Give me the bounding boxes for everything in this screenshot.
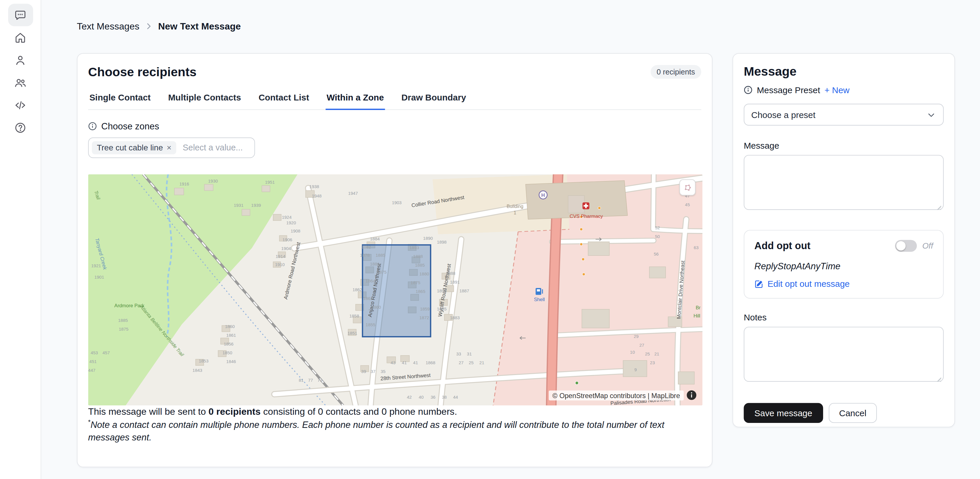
message-card: Message Message Preset + New Choose a pr… bbox=[732, 53, 955, 427]
opt-out-toggle[interactable] bbox=[895, 240, 916, 252]
new-preset-link[interactable]: + New bbox=[824, 85, 850, 95]
tab-draw-boundary[interactable]: Draw Boundary bbox=[400, 87, 467, 110]
breadcrumb: Text Messages New Text Message bbox=[77, 21, 241, 31]
code-icon bbox=[14, 98, 27, 111]
preset-select-value: Choose a preset bbox=[751, 109, 816, 119]
opt-out-box: Add opt out Off ReplyStopAtAnyTime Edit … bbox=[744, 230, 943, 298]
breadcrumb-current: New Text Message bbox=[158, 21, 241, 31]
people-icon bbox=[14, 76, 27, 89]
message-body-label: Message bbox=[744, 141, 943, 151]
opt-out-title: Add opt out bbox=[754, 240, 811, 252]
sidebar-item-messages[interactable] bbox=[8, 4, 33, 26]
recipient-summary: This message will be sent to 0 recipient… bbox=[88, 405, 701, 418]
sidebar-item-home[interactable] bbox=[8, 26, 33, 49]
edit-opt-out-link[interactable]: Edit opt out message bbox=[754, 279, 933, 289]
sidebar-item-contact[interactable] bbox=[8, 49, 33, 71]
recipient-summary-count: 0 recipients bbox=[208, 406, 261, 417]
cancel-button[interactable]: Cancel bbox=[828, 403, 877, 423]
notes-label: Notes bbox=[744, 312, 943, 322]
zone-multiselect[interactable]: Tree cut cable line × bbox=[88, 138, 255, 158]
message-body-textarea[interactable] bbox=[744, 155, 943, 210]
chevron-down-icon bbox=[926, 109, 936, 119]
edit-icon bbox=[754, 279, 764, 288]
tab-contact-list[interactable]: Contact List bbox=[258, 87, 310, 110]
map-canvas[interactable]: H Collier Road Northw bbox=[88, 174, 703, 405]
hospital-marker: H bbox=[539, 191, 547, 199]
recipients-count-badge: 0 recipients bbox=[651, 65, 701, 79]
chip-remove-icon[interactable]: × bbox=[167, 144, 172, 152]
map-attribution: © OpenStreetMap contributors | MapLibre bbox=[549, 390, 697, 400]
tab-single-contact[interactable]: Single Contact bbox=[88, 87, 152, 110]
polygon-tool-icon bbox=[684, 182, 691, 193]
sidebar-item-developer[interactable] bbox=[8, 94, 33, 116]
pharmacy-marker bbox=[582, 202, 590, 209]
sidebar-item-contacts[interactable] bbox=[8, 71, 33, 94]
svg-text:H: H bbox=[541, 192, 545, 198]
app-root: Text Messages New Text Message Choose re… bbox=[0, 0, 980, 479]
info-icon bbox=[88, 122, 97, 130]
zone-chip[interactable]: Tree cut cable line × bbox=[92, 141, 177, 154]
tab-within-a-zone[interactable]: Within a Zone bbox=[326, 87, 385, 110]
tab-multiple-contacts[interactable]: Multiple Contacts bbox=[167, 87, 242, 110]
breadcrumb-parent-link[interactable]: Text Messages bbox=[77, 21, 139, 31]
zone-chip-label: Tree cut cable line bbox=[97, 143, 163, 152]
sidebar bbox=[0, 0, 41, 479]
message-preset-label: Message Preset bbox=[757, 85, 820, 95]
messages-icon bbox=[14, 8, 27, 22]
sidebar-item-help[interactable] bbox=[8, 116, 33, 139]
opt-out-preview: ReplyStopAtAnyTime bbox=[754, 261, 933, 271]
zone-selection-rectangle[interactable] bbox=[363, 245, 431, 336]
chevron-right-icon bbox=[144, 22, 153, 30]
help-icon bbox=[14, 121, 27, 134]
home-icon bbox=[14, 31, 27, 44]
save-message-button[interactable]: Save message bbox=[744, 403, 823, 423]
zone-search-input[interactable] bbox=[181, 143, 249, 153]
person-icon bbox=[14, 54, 27, 67]
opt-out-state: Off bbox=[922, 241, 933, 251]
message-card-title: Message bbox=[744, 63, 943, 79]
info-icon bbox=[744, 86, 752, 94]
choose-recipients-card: Choose recipients 0 recipients Single Co… bbox=[77, 53, 712, 467]
preset-select[interactable]: Choose a preset bbox=[744, 104, 943, 125]
recipients-card-title: Choose recipients bbox=[88, 63, 197, 80]
choose-zones-label: Choose zones bbox=[102, 121, 159, 131]
map-draw-control[interactable] bbox=[679, 179, 696, 196]
recipient-tabs: Single Contact Multiple Contacts Contact… bbox=[88, 87, 701, 110]
toggle-knob bbox=[896, 241, 905, 251]
recipient-footnote: *Note a contact can contain multiple pho… bbox=[88, 418, 701, 443]
attribution-info-icon[interactable] bbox=[686, 390, 697, 400]
map-container[interactable]: H Collier Road Northw bbox=[88, 174, 703, 405]
attribution-text[interactable]: © OpenStreetMap contributors | MapLibre bbox=[549, 390, 684, 400]
notes-textarea[interactable] bbox=[744, 327, 943, 382]
